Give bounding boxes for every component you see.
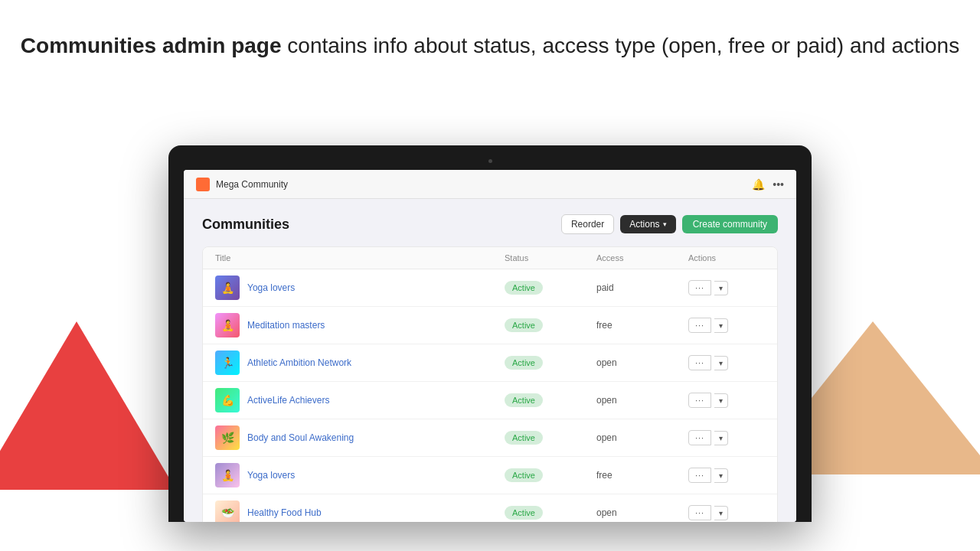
row-action-chevron-button[interactable]: ▾ [714,393,728,408]
table-header: Title Status Access Actions [203,247,777,269]
status-cell: Active [505,318,596,332]
row-action-dots-button[interactable]: ··· [688,468,711,483]
actions-cell: ··· ▾ [688,318,765,333]
actions-cell: ··· ▾ [688,430,765,445]
access-cell: free [596,320,688,331]
status-cell: Active [505,431,596,445]
communities-header: Communities Reorder Actions ▾ Create com… [202,214,778,234]
status-badge: Active [505,506,543,520]
table-row: 🧘 Meditation masters Active free ··· ▾ [203,307,777,344]
community-link[interactable]: Meditation masters [247,320,325,331]
thumb-icon: 🌿 [215,425,240,450]
status-badge: Active [505,393,543,407]
community-thumbnail: 💪 [215,388,240,412]
community-thumbnail: 🥗 [215,500,240,522]
community-cell: 🧘 Yoga lovers [215,463,505,487]
row-action-dots-button[interactable]: ··· [688,280,711,295]
community-link[interactable]: Athletic Ambition Network [247,357,351,368]
community-cell: 🧘 Meditation masters [215,313,505,337]
top-bar-icons: 🔔 ••• [752,178,784,191]
access-cell: open [596,395,688,406]
status-cell: Active [505,281,596,295]
access-cell: free [596,470,688,481]
status-badge: Active [505,468,543,482]
laptop-mockup: Mega Community 🔔 ••• Communities Reorder [168,145,812,522]
community-cell: 🌿 Body and Soul Awakening [215,425,505,450]
community-link[interactable]: Body and Soul Awakening [247,432,354,443]
actions-cell: ··· ▾ [688,505,765,520]
actions-button[interactable]: Actions ▾ [620,215,675,233]
community-link[interactable]: Yoga lovers [247,470,295,481]
laptop-outer: Mega Community 🔔 ••• Communities Reorder [168,145,812,522]
row-action-dots-button[interactable]: ··· [688,393,711,408]
app-logo [196,178,210,191]
laptop-screen: Mega Community 🔔 ••• Communities Reorder [184,170,796,522]
row-action-chevron-button[interactable]: ▾ [714,318,728,333]
actions-cell: ··· ▾ [688,468,765,483]
row-action-chevron-button[interactable]: ▾ [714,468,728,483]
table-row: 🌿 Body and Soul Awakening Active open ··… [203,419,777,457]
status-badge: Active [505,318,543,332]
row-action-dots-button[interactable]: ··· [688,430,711,445]
actions-cell: ··· ▾ [688,393,765,408]
community-cell: 💪 ActiveLife Achievers [215,388,505,412]
row-action-dots-button[interactable]: ··· [688,505,711,520]
thumb-icon: 🧘 [215,276,240,300]
status-cell: Active [505,393,596,407]
main-content: Communities Reorder Actions ▾ Create com… [184,199,796,522]
actions-cell: ··· ▾ [688,355,765,370]
more-icon: ••• [773,178,784,191]
camera-dot [488,159,492,163]
col-access: Access [596,253,688,262]
community-cell: 🥗 Healthy Food Hub [215,500,505,522]
table-row: 🥗 Healthy Food Hub Active open ··· ▾ [203,494,777,522]
col-actions: Actions [688,253,765,262]
community-thumbnail: 🧘 [215,313,240,337]
header-text: contains info about status, access type … [282,34,960,57]
col-title: Title [215,253,505,262]
access-cell: open [596,357,688,368]
row-action-chevron-button[interactable]: ▾ [714,356,728,370]
table-row: 🧘 Yoga lovers Active paid ··· ▾ [203,269,777,307]
community-cell: 🧘 Yoga lovers [215,276,505,300]
row-action-dots-button[interactable]: ··· [688,355,711,370]
community-link[interactable]: Healthy Food Hub [247,507,322,518]
reorder-button[interactable]: Reorder [561,214,614,234]
create-community-button[interactable]: Create community [682,215,778,233]
thumb-icon: 🏃 [215,350,240,375]
section-title: Communities [202,217,289,233]
community-thumbnail: 🌿 [215,425,240,450]
actions-chevron-icon: ▾ [663,220,667,228]
row-action-chevron-button[interactable]: ▾ [714,431,728,445]
camera-bar [184,155,796,167]
communities-table: Title Status Access Actions 🧘 Yoga lover… [202,246,778,522]
row-action-chevron-button[interactable]: ▾ [714,281,728,295]
status-badge: Active [505,356,543,370]
table-row: 🧘 Yoga lovers Active free ··· ▾ [203,457,777,494]
access-cell: paid [596,282,688,293]
app-chrome: Mega Community 🔔 ••• Communities Reorder [184,170,796,522]
status-badge: Active [505,281,543,295]
actions-cell: ··· ▾ [688,280,765,295]
top-bar: Mega Community 🔔 ••• [184,170,796,199]
community-link[interactable]: Yoga lovers [247,282,295,293]
community-thumbnail: 🏃 [215,350,240,375]
thumb-icon: 🧘 [215,463,240,487]
app-title: Mega Community [216,179,752,190]
decorative-triangle-red [0,321,176,490]
table-row: 🏃 Athletic Ambition Network Active open … [203,344,777,382]
status-cell: Active [505,506,596,520]
thumb-icon: 🧘 [215,313,240,337]
status-badge: Active [505,431,543,445]
row-action-chevron-button[interactable]: ▾ [714,506,728,520]
access-cell: open [596,507,688,518]
community-cell: 🏃 Athletic Ambition Network [215,350,505,375]
header-bold: Communities admin page [21,34,282,57]
table-row: 💪 ActiveLife Achievers Active open ··· ▾ [203,382,777,419]
community-link[interactable]: ActiveLife Achievers [247,395,329,406]
col-status: Status [505,253,596,262]
thumb-icon: 🥗 [215,500,240,522]
row-action-dots-button[interactable]: ··· [688,318,711,333]
bell-icon: 🔔 [752,178,765,191]
community-thumbnail: 🧘 [215,463,240,487]
